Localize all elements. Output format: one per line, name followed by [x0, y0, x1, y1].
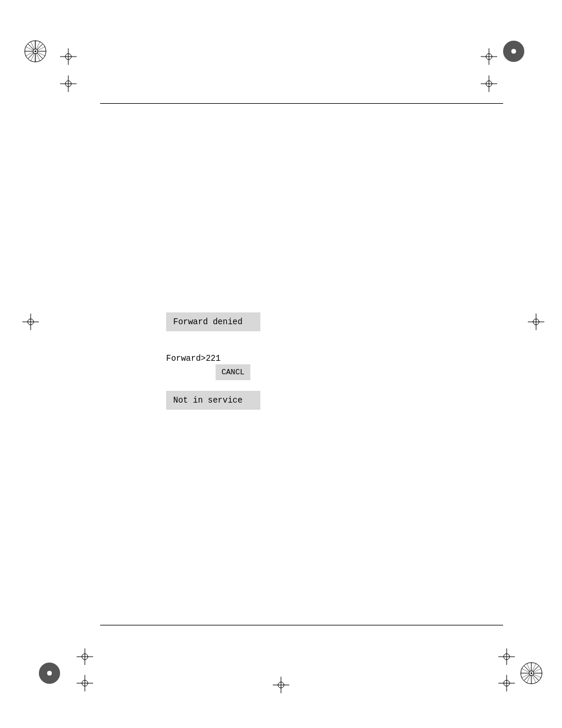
reg-mark-mid-right: [528, 314, 544, 330]
cancel-button[interactable]: CANCL: [216, 364, 250, 380]
reg-mark-top-left-outer: [22, 38, 48, 64]
reg-mark-top-right-cross2: [481, 75, 497, 92]
forward-denied-label: Forward denied: [173, 317, 243, 327]
forward-denied-display: Forward denied: [166, 312, 260, 331]
reg-mark-bot-left-outer: [37, 660, 62, 686]
reg-mark-bot-mid: [273, 677, 289, 693]
reg-mark-bot-left-cross1: [77, 648, 93, 665]
forward-221-group: Forward>221 CANCL: [166, 354, 260, 380]
reg-mark-mid-left: [22, 314, 39, 330]
svg-point-19: [511, 49, 516, 54]
reg-mark-bot-right-cross1: [498, 648, 515, 665]
not-in-service-label: Not in service: [173, 396, 243, 405]
bottom-rule: [100, 625, 503, 625]
svg-point-11: [35, 51, 37, 52]
forward-denied-group: Forward denied: [166, 312, 260, 343]
reg-mark-top-left-cross2: [60, 75, 77, 92]
reg-mark-top-right-outer: [501, 38, 527, 64]
not-in-service-display: Not in service: [166, 391, 260, 410]
forward-221-label: Forward>221: [166, 354, 220, 363]
svg-point-33: [47, 671, 52, 676]
reg-mark-top-right-cross1: [481, 48, 497, 65]
reg-mark-bot-left-cross2: [77, 675, 93, 691]
reg-mark-top-left-cross1: [60, 48, 77, 65]
not-in-service-group: Not in service: [166, 391, 260, 410]
svg-point-53: [531, 673, 533, 674]
reg-mark-bot-right-cross2: [498, 675, 515, 691]
top-rule: [100, 103, 503, 104]
reg-mark-bot-right-outer: [518, 660, 544, 686]
main-content: Forward denied Forward>221 CANCL Not in …: [166, 312, 260, 420]
